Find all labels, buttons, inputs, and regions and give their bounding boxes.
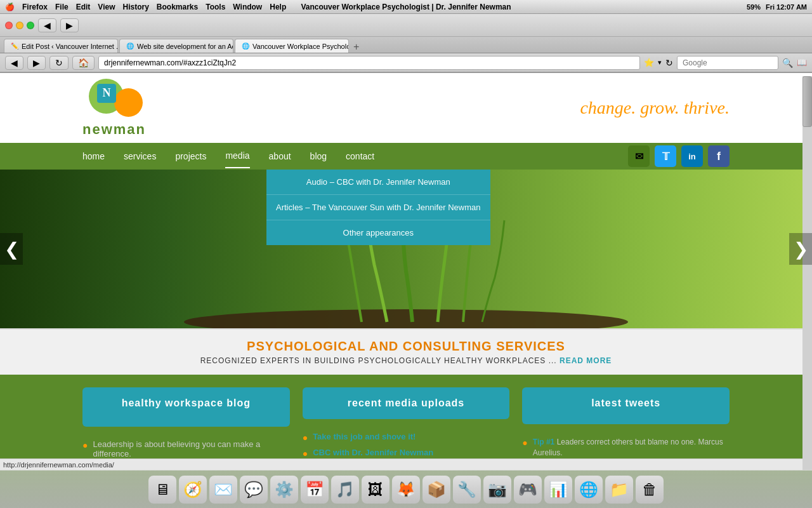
social-icons: ✉ 𝕋 in f [628, 145, 730, 167]
tweets-card-button[interactable]: latest tweets [522, 387, 730, 424]
dock-firefox[interactable]: 🦊 [392, 476, 420, 504]
reload-button[interactable]: ↻ [49, 56, 69, 70]
hero-next-button[interactable]: ❯ [789, 233, 812, 265]
tweets-column: latest tweets ● Tip #1 Leaders correct o… [522, 387, 730, 458]
status-url: http://drjennifernewman.com/media/ [3, 461, 114, 469]
dock-app-7[interactable]: 📁 [605, 476, 633, 504]
logo-name[interactable]: newman [82, 121, 146, 138]
nav-about[interactable]: about [269, 145, 291, 168]
hero-prev-button[interactable]: ❮ [0, 233, 23, 265]
reader-button[interactable]: 📖 [797, 58, 807, 67]
file-menu[interactable]: File [55, 3, 69, 11]
nav-contact[interactable]: contact [346, 145, 374, 168]
dropdown-other[interactable]: Other appearances [266, 220, 490, 245]
dock-app-2[interactable]: 🔧 [453, 476, 481, 504]
logo-icon: N [86, 79, 143, 120]
maximize-button[interactable] [27, 22, 34, 29]
forward-button[interactable]: ▶ [60, 18, 79, 32]
forward-nav-button[interactable]: ▶ [27, 56, 46, 70]
search-submit-icon[interactable]: 🔍 [782, 58, 793, 68]
media-item-text-1[interactable]: Take this job and shove it! [313, 432, 416, 441]
apple-menu[interactable]: 🍎 [5, 3, 15, 11]
dropdown-articles[interactable]: Articles – The Vancouver Sun with Dr. Je… [266, 195, 490, 220]
dock-trash[interactable]: 🗑 [636, 476, 664, 504]
tab-label: Web site development for an Ae... [137, 43, 233, 50]
back-nav-button[interactable]: ◀ [5, 56, 23, 70]
bookmarks-menu[interactable]: Bookmarks [157, 3, 198, 11]
blog-card-button[interactable]: healthy workspace blog [82, 387, 290, 427]
traffic-lights [5, 22, 34, 29]
dock-safari[interactable]: 🧭 [179, 476, 207, 504]
logo-letter: N [97, 84, 116, 103]
home-button[interactable]: 🏠 [72, 56, 95, 70]
address-input[interactable] [98, 56, 640, 70]
bottom-section: healthy workspace blog ● Leadership is a… [0, 375, 812, 471]
dock-finder[interactable]: 🖥 [148, 476, 176, 504]
media-item-text-2[interactable]: CBC with Dr. Jennifer Newman [313, 448, 433, 457]
tweet-content: Leaders correct others but blame no one.… [533, 438, 723, 457]
tab-favicon: ✏️ [11, 43, 18, 50]
window-menu[interactable]: Window [233, 3, 262, 11]
tab-vancouver-workplace[interactable]: 🌐 Vancouver Workplace Psycholo... ✕ [235, 39, 349, 53]
nav-blog[interactable]: blog [310, 145, 327, 168]
dock-app-6[interactable]: 🌐 [575, 476, 603, 504]
bookmark-button[interactable]: ⭐ [644, 58, 654, 67]
dock-mail[interactable]: ✉️ [209, 476, 237, 504]
dock-app-5[interactable]: 📊 [544, 476, 572, 504]
tab-bar: ✏️ Edit Post ‹ Vancouver Internet ... ✕ … [0, 37, 812, 53]
dock-itunes[interactable]: 🎵 [331, 476, 359, 504]
read-more-link[interactable]: READ MORE [560, 356, 612, 365]
services-subtitle: RECOGNIZED EXPERTS IN BUILDING PSYCHOLOG… [10, 356, 802, 365]
back-button[interactable]: ◀ [38, 18, 56, 32]
main-navigation: home services projects media about blog … [0, 143, 812, 170]
logo-area: N newman [82, 79, 146, 138]
blog-item-1: ● Leadership is about believing you can … [82, 439, 290, 458]
tweet-text: Tip #1 Leaders correct others but blame … [533, 437, 730, 458]
dock-system-prefs[interactable]: ⚙️ [270, 476, 298, 504]
nav-home[interactable]: home [82, 145, 105, 168]
media-card-button[interactable]: recent media uploads [303, 387, 510, 419]
dock-app-3[interactable]: 📷 [483, 476, 511, 504]
logo-orange-circle [114, 88, 143, 117]
twitter-icon[interactable]: 𝕋 [655, 145, 676, 167]
nav-projects[interactable]: projects [175, 145, 206, 168]
media-column: recent media uploads ● Take this job and… [303, 387, 510, 458]
linkedin-icon[interactable]: in [681, 145, 703, 167]
nav-media[interactable]: media [225, 144, 249, 168]
blog-item-text[interactable]: Leadership is about believing you can ma… [93, 439, 289, 458]
tweet-item-1: ● Tip #1 Leaders correct others but blam… [522, 437, 730, 458]
dock-skype[interactable]: 💬 [240, 476, 268, 504]
dropdown-audio[interactable]: Audio – CBC with Dr. Jennifer Newman [266, 170, 490, 195]
new-tab-button[interactable]: + [353, 41, 359, 53]
scrollbar-thumb[interactable] [802, 76, 812, 127]
battery-status: 59% [747, 3, 761, 11]
scrollbar[interactable] [802, 76, 812, 470]
services-sub-text: RECOGNIZED EXPERTS IN BUILDING PSYCHOLOG… [200, 356, 557, 365]
email-icon[interactable]: ✉ [628, 145, 650, 167]
nav-services[interactable]: services [124, 145, 156, 168]
browser-status-bar: http://drjennifernewman.com/media/ [0, 458, 802, 470]
dock-photos[interactable]: 🖼 [362, 476, 390, 504]
minimize-button[interactable] [16, 22, 23, 29]
blog-column: healthy workspace blog ● Leadership is a… [82, 387, 290, 458]
dock-app-4[interactable]: 🎮 [514, 476, 542, 504]
tweet-highlight: Tip #1 [533, 438, 554, 446]
close-button[interactable] [5, 22, 13, 29]
bookmark-menu-button[interactable]: ▾ [658, 58, 662, 67]
tab-web-dev[interactable]: 🌐 Web site development for an Ae... ✕ [119, 39, 233, 53]
site-header: N newman change. grow. thrive. [0, 73, 812, 143]
history-menu[interactable]: History [123, 3, 149, 11]
help-menu[interactable]: Help [270, 3, 286, 11]
firefox-menu[interactable]: Firefox [22, 3, 48, 11]
tab-edit-post[interactable]: ✏️ Edit Post ‹ Vancouver Internet ... ✕ [4, 39, 118, 53]
tools-menu[interactable]: Tools [206, 3, 225, 11]
search-input[interactable] [677, 56, 778, 70]
clock: Fri 12:07 AM [766, 3, 807, 11]
refresh-button[interactable]: ↻ [665, 58, 673, 68]
dock-app-1[interactable]: 📦 [422, 476, 450, 504]
dock-calendar[interactable]: 📅 [301, 476, 329, 504]
facebook-icon[interactable]: f [708, 145, 730, 167]
edit-menu[interactable]: Edit [76, 3, 91, 11]
view-menu[interactable]: View [98, 3, 115, 11]
media-item-2: ● CBC with Dr. Jennifer Newman [303, 448, 510, 458]
